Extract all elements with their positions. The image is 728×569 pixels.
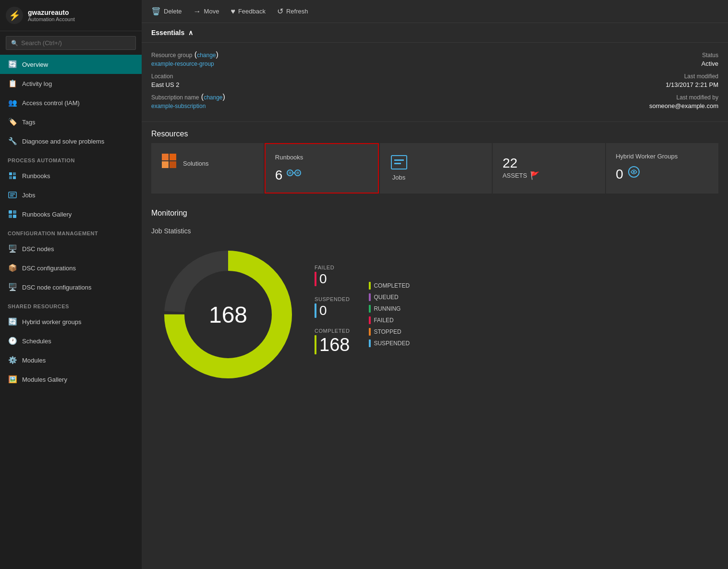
refresh-label: Refresh xyxy=(286,8,308,15)
runbooks-count-row: 6 xyxy=(275,165,302,183)
svg-rect-10 xyxy=(13,215,16,218)
sidebar-item-dsc-nodes[interactable]: 🖥️ DSC nodes xyxy=(0,239,142,258)
svg-rect-6 xyxy=(10,195,13,196)
search-container[interactable]: 🔍 xyxy=(6,36,136,50)
hybrid-icon xyxy=(627,165,641,181)
diagnose-icon: 🔧 xyxy=(8,136,17,146)
sidebar-item-tags[interactable]: 🏷️ Tags xyxy=(0,112,142,132)
sidebar-item-overview[interactable]: 🔄 Overview xyxy=(0,55,142,74)
sidebar-item-runbooks[interactable]: Runbooks xyxy=(0,166,142,185)
app-subtitle: Automation Account xyxy=(28,16,75,22)
activity-log-icon: 📋 xyxy=(8,79,17,88)
svg-rect-9 xyxy=(9,215,12,218)
runbooks-gallery-icon xyxy=(8,209,17,219)
stat-failed: FAILED 0 xyxy=(315,265,350,287)
delete-icon: 🗑️ xyxy=(151,7,161,16)
resource-group-value[interactable]: example-resource-group xyxy=(151,61,214,67)
sidebar-item-label: Diagnose and solve problems xyxy=(22,138,104,145)
delete-button[interactable]: 🗑️ Delete xyxy=(151,7,182,16)
sidebar-navigation: 🔄 Overview 📋 Activity log 👥 Access contr… xyxy=(0,55,142,569)
dsc-config-icon: 📦 xyxy=(8,263,17,273)
sidebar-item-label: Overview xyxy=(22,61,48,68)
runbooks-icon xyxy=(8,171,17,181)
sidebar-item-hybrid-worker-groups[interactable]: 🔄 Hybrid worker groups xyxy=(0,312,142,331)
resource-group-row: Resource group (change) example-resource… xyxy=(151,50,649,68)
status-value: Active xyxy=(702,60,718,67)
runbooks-label: Runbooks xyxy=(275,154,303,161)
essentials-right: Status Active Last modified 1/13/2017 2:… xyxy=(649,50,718,114)
svg-rect-7 xyxy=(9,210,12,214)
runbooks-count: 6 xyxy=(275,168,283,183)
last-modified-by-label: Last modified by xyxy=(677,94,718,101)
sidebar-item-label: Hybrid worker groups xyxy=(22,318,82,326)
jobs-icon xyxy=(8,190,17,200)
toolbar: 🗑️ Delete → Move ♥ Feedback ↺ Refresh xyxy=(142,0,728,23)
runbooks-card[interactable]: Runbooks 6 xyxy=(265,143,379,194)
svg-rect-3 xyxy=(13,176,16,179)
refresh-icon: ↺ xyxy=(277,7,283,16)
feedback-icon: ♥ xyxy=(231,7,235,16)
sidebar-item-activity-log[interactable]: 📋 Activity log xyxy=(0,74,142,93)
config-mgmt-section: CONFIGURATION MANAGEMENT xyxy=(0,224,142,239)
hybrid-worker-icon: 🔄 xyxy=(8,317,17,327)
solutions-card[interactable]: Solutions xyxy=(151,143,264,194)
svg-rect-22 xyxy=(394,163,401,164)
assets-count: 22 xyxy=(502,156,517,171)
stats-columns: FAILED 0 SUSPENDED 0 xyxy=(315,265,709,365)
last-modified-by-row: Last modified by someone@example.com xyxy=(649,93,718,110)
svg-rect-21 xyxy=(394,159,404,161)
completed-label: COMPLETED xyxy=(315,328,350,334)
essentials-collapse-icon[interactable]: ∧ xyxy=(188,29,193,36)
sidebar-item-jobs[interactable]: Jobs xyxy=(0,185,142,205)
sidebar-item-access-control[interactable]: 👥 Access control (IAM) xyxy=(0,93,142,112)
svg-point-19 xyxy=(296,171,299,174)
legend-running-label: RUNNING xyxy=(374,305,400,312)
jobs-card[interactable]: Jobs xyxy=(380,143,492,194)
dsc-nodes-icon: 🖥️ xyxy=(8,244,17,254)
sidebar-item-modules[interactable]: ⚙️ Modules xyxy=(0,351,142,370)
subscription-label: Subscription name xyxy=(151,94,199,101)
legend-dot-suspended xyxy=(369,339,371,347)
suspended-bar xyxy=(315,303,316,318)
suspended-value: 0 xyxy=(319,303,327,318)
sidebar-item-modules-gallery[interactable]: 🖼️ Modules Gallery xyxy=(0,370,142,389)
resource-group-change-link[interactable]: change xyxy=(197,52,216,59)
job-stats-title: Job Statistics xyxy=(142,222,728,235)
stat-suspended: SUSPENDED 0 xyxy=(315,296,350,318)
stat-completed: COMPLETED 168 xyxy=(315,328,350,355)
svg-rect-20 xyxy=(391,156,407,169)
move-button[interactable]: → Move xyxy=(194,7,219,16)
resources-grid: Solutions Runbooks 6 xyxy=(151,143,718,194)
essentials-header: Essentials ∧ xyxy=(142,23,728,43)
monitoring-title: Monitoring xyxy=(142,201,728,222)
suspended-label: SUSPENDED xyxy=(315,296,350,302)
subscription-change-link[interactable]: change xyxy=(204,94,222,101)
sidebar-item-dsc-configurations[interactable]: 📦 DSC configurations xyxy=(0,258,142,278)
last-modified-value: 1/13/2017 2:21 PM xyxy=(666,81,718,88)
subscription-value[interactable]: example-subscription xyxy=(151,103,206,109)
completed-value: 168 xyxy=(319,335,350,355)
refresh-button[interactable]: ↺ Refresh xyxy=(277,7,308,16)
feedback-button[interactable]: ♥ Feedback xyxy=(231,7,266,16)
jobs-icon xyxy=(389,153,409,174)
legend-queued: QUEUED xyxy=(369,293,410,301)
sidebar-item-diagnose[interactable]: 🔧 Diagnose and solve problems xyxy=(0,132,142,151)
svg-rect-0 xyxy=(9,172,12,175)
shared-resources-section: SHARED RESOURCES xyxy=(0,297,142,312)
sidebar-item-runbooks-gallery[interactable]: Runbooks Gallery xyxy=(0,205,142,224)
hybrid-worker-groups-card[interactable]: Hybrid Worker Groups 0 xyxy=(606,143,718,194)
access-control-icon: 👥 xyxy=(8,98,17,108)
assets-card[interactable]: 22 ASSETS 🚩 xyxy=(493,143,605,194)
sidebar-item-schedules[interactable]: 🕐 Schedules xyxy=(0,331,142,351)
primary-stats: FAILED 0 SUSPENDED 0 xyxy=(315,265,350,365)
search-input[interactable] xyxy=(21,39,131,47)
app-name: gwazureauto xyxy=(28,9,75,16)
runbooks-count-icon xyxy=(286,166,302,182)
sidebar-item-label: DSC node configurations xyxy=(22,284,92,291)
sidebar-item-dsc-node-configurations[interactable]: 🖥️ DSC node configurations xyxy=(0,278,142,297)
failed-value: 0 xyxy=(319,271,327,287)
suspended-bar-row: 0 xyxy=(315,303,350,318)
legend-dot-completed xyxy=(369,282,371,290)
content-area: Essentials ∧ Resource group (change) exa… xyxy=(142,23,728,569)
sidebar-item-label: Activity log xyxy=(22,80,52,87)
